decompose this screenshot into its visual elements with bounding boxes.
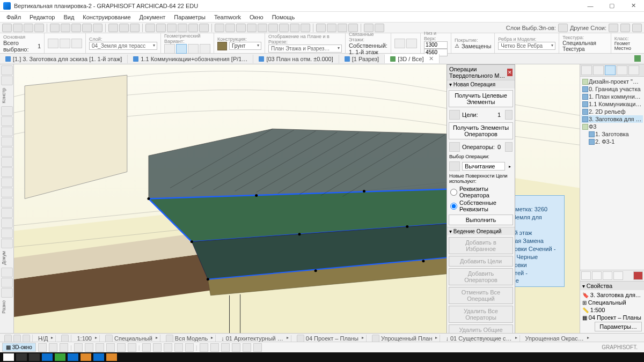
3d-viewport[interactable]: 3D-сетка Нижняя Отметка: 3260 Слой: 04_З… xyxy=(14,64,580,333)
tool-icon[interactable] xyxy=(156,24,166,32)
prop-name[interactable]: Заготовка для эскиза xyxy=(597,292,642,298)
view-icon[interactable] xyxy=(38,343,47,352)
tree-folder[interactable]: Ф3 xyxy=(581,123,643,130)
menu-file[interactable]: Файл xyxy=(2,13,25,21)
clear-targets-icon[interactable] xyxy=(505,110,513,120)
menu-edit[interactable]: Редактор xyxy=(25,13,59,21)
geom-variant-icon[interactable] xyxy=(176,44,187,54)
story-link-icon[interactable] xyxy=(406,39,417,48)
tool-icon[interactable] xyxy=(258,24,267,32)
view-icon[interactable] xyxy=(49,343,57,352)
tree-item-selected[interactable]: 3. Заготовка для эскиза xyxy=(581,115,643,123)
layer-toggle-icon[interactable] xyxy=(632,24,642,32)
menu-teamwork[interactable]: Teamwork xyxy=(210,13,245,21)
windows-taskbar[interactable] xyxy=(0,352,644,362)
qopt-icon[interactable] xyxy=(166,335,173,342)
doc-tool-icon[interactable] xyxy=(1,278,13,287)
tree-item[interactable]: 1. Заготовка xyxy=(581,130,643,138)
get-operators-button[interactable]: Получить Элементы Операторов xyxy=(449,122,513,139)
prop-combo[interactable]: 04 Проект – Планы xyxy=(589,314,641,321)
tool-icon[interactable] xyxy=(178,24,187,32)
roof-tool-icon[interactable] xyxy=(1,178,13,187)
ratio-dropdown[interactable]: Н/Д xyxy=(38,335,53,342)
tab-communications[interactable]: 1.1 Коммуникации+обозначения [Р/1… xyxy=(128,55,253,63)
slab-tool-icon[interactable] xyxy=(1,157,13,167)
class-value[interactable]: Геомет Местно xyxy=(614,41,641,51)
tool-icon[interactable] xyxy=(50,24,60,32)
tree-item[interactable]: 1.1 Коммуникации+обо xyxy=(581,100,643,108)
tool-icon[interactable] xyxy=(199,24,209,32)
construction-dropdown[interactable]: Грунт xyxy=(229,42,261,50)
qopt-icon[interactable] xyxy=(13,335,21,342)
view-icon[interactable] xyxy=(85,343,93,352)
view-icon[interactable] xyxy=(106,343,115,352)
taskview-icon[interactable] xyxy=(29,353,40,361)
tree-item[interactable]: 2. Ф3-1 xyxy=(581,138,643,145)
special-dropdown[interactable]: Специальный xyxy=(114,335,158,342)
info-icon[interactable] xyxy=(71,39,82,48)
geom-variant-icon[interactable] xyxy=(164,44,175,54)
story-link-icon[interactable] xyxy=(394,39,405,48)
tool-icon[interactable] xyxy=(188,24,198,32)
view-icon[interactable] xyxy=(200,343,208,352)
scale-dropdown[interactable]: 1:100 xyxy=(77,335,97,342)
taskbar-app-icon[interactable] xyxy=(55,353,65,361)
view-icon[interactable] xyxy=(96,343,104,352)
prop-scale[interactable]: 1:500 xyxy=(590,307,605,313)
layer-toggle-icon[interactable] xyxy=(609,24,618,32)
beam-tool-icon[interactable] xyxy=(1,147,13,157)
door-tool-icon[interactable] xyxy=(1,116,13,126)
qopt-icon[interactable] xyxy=(105,335,113,342)
operation-dropdown[interactable]: Вычитание xyxy=(462,162,505,171)
tool-icon[interactable] xyxy=(290,24,299,32)
doc-tool-icon[interactable] xyxy=(1,288,13,298)
view-icon[interactable] xyxy=(210,343,219,352)
tool-icon[interactable] xyxy=(130,24,140,32)
get-targets-button[interactable]: Получить Целевые Элементы xyxy=(449,90,513,107)
tree-item[interactable]: 1. План коммуникаций xyxy=(581,93,643,100)
navtab-viewmap-icon[interactable] xyxy=(605,65,616,75)
view-options-icon[interactable] xyxy=(634,55,641,62)
view-icon[interactable] xyxy=(153,343,162,352)
prop-id[interactable]: 3. xyxy=(590,292,595,298)
tool-icon[interactable] xyxy=(225,24,235,32)
view-icon[interactable] xyxy=(164,343,172,352)
model-filter-dropdown[interactable]: Вся Модель xyxy=(175,335,213,342)
clear-operators-icon[interactable] xyxy=(505,142,513,152)
view-icon[interactable] xyxy=(60,343,68,352)
tool-icon[interactable] xyxy=(375,24,384,32)
morph-tool-icon[interactable] xyxy=(1,208,13,218)
menu-view[interactable]: Вид xyxy=(59,13,78,21)
tool-icon[interactable] xyxy=(236,24,246,32)
view-icon[interactable] xyxy=(221,343,230,352)
tool-icon[interactable] xyxy=(71,24,81,32)
texture-value[interactable]: Специальная Текстура xyxy=(562,40,607,52)
section-new-operation[interactable]: ▾ Новая Операция xyxy=(447,80,515,88)
tool-icon[interactable] xyxy=(119,24,129,32)
qopt-icon[interactable] xyxy=(23,335,30,342)
tool-icon[interactable] xyxy=(13,24,23,32)
tool-icon[interactable] xyxy=(327,24,336,32)
zone-tool-icon[interactable] xyxy=(1,228,13,238)
close-button[interactable]: ✕ xyxy=(623,0,644,12)
operator-attrs-radio[interactable] xyxy=(450,189,457,196)
nav-action-icon[interactable] xyxy=(613,271,623,280)
doc-tool-icon[interactable] xyxy=(1,268,13,277)
start-icon[interactable] xyxy=(3,353,14,361)
prop-layer[interactable]: Специальный xyxy=(588,299,626,306)
view-icon[interactable] xyxy=(117,343,126,352)
props-header[interactable]: ▾ Свойства xyxy=(580,282,644,290)
tool-icon[interactable] xyxy=(279,24,289,32)
menu-document[interactable]: Документ xyxy=(135,13,170,21)
navtab-icon[interactable] xyxy=(628,65,639,75)
tree-item[interactable]: 2. 2D рельеф xyxy=(581,108,643,115)
menu-help[interactable]: Помощь xyxy=(268,13,299,21)
material-swatch-icon[interactable] xyxy=(217,42,227,50)
window-tool-icon[interactable] xyxy=(1,127,13,136)
layer-toggle-icon[interactable] xyxy=(558,24,568,32)
tool-icon[interactable] xyxy=(316,24,326,32)
stair-tool-icon[interactable] xyxy=(1,167,13,177)
tool-icon[interactable] xyxy=(82,24,92,32)
minimize-button[interactable]: — xyxy=(580,0,601,12)
tab-3d[interactable]: [3D / Все]✕ xyxy=(385,54,440,63)
